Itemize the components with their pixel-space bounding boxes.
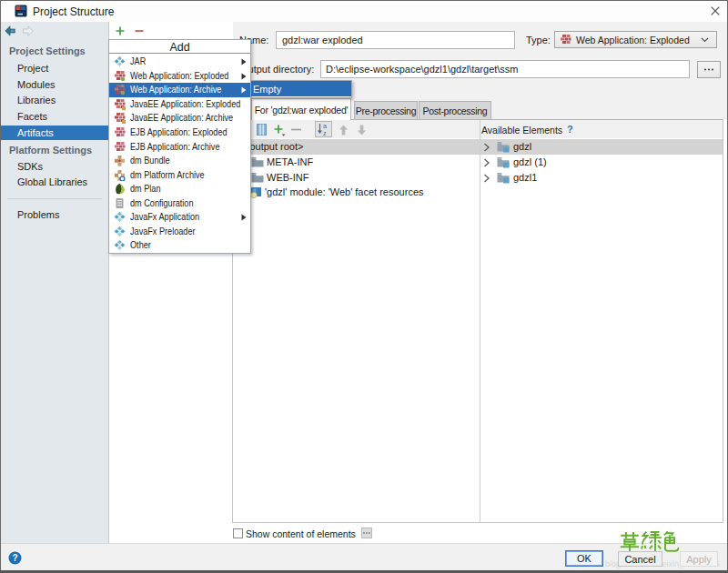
svg-text:z: z <box>323 130 327 136</box>
svg-text:a: a <box>323 123 327 129</box>
svg-text:?: ? <box>12 553 17 563</box>
